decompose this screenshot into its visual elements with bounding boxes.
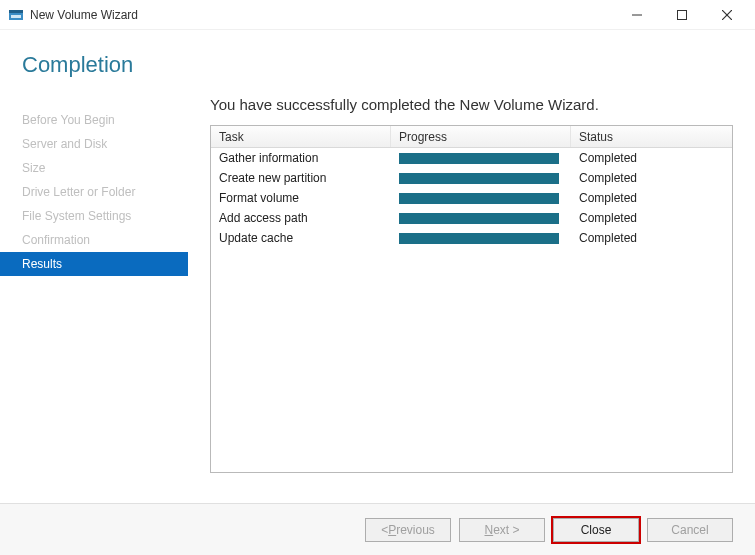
- status-cell: Completed: [571, 191, 732, 205]
- column-header-task[interactable]: Task: [211, 126, 391, 147]
- title-bar: New Volume Wizard: [0, 0, 755, 30]
- cancel-button: Cancel: [647, 518, 733, 542]
- task-cell: Format volume: [211, 191, 391, 205]
- status-cell: Completed: [571, 171, 732, 185]
- progress-cell: [391, 233, 571, 244]
- sidebar-item-file-system-settings: File System Settings: [0, 204, 188, 228]
- status-cell: Completed: [571, 231, 732, 245]
- minimize-button[interactable]: [614, 1, 659, 29]
- maximize-button[interactable]: [659, 1, 704, 29]
- main-panel: You have successfully completed the New …: [188, 96, 733, 503]
- wizard-body: Completion Before You BeginServer and Di…: [0, 30, 755, 503]
- task-cell: Update cache: [211, 231, 391, 245]
- sidebar-item-before-you-begin: Before You Begin: [0, 108, 188, 132]
- page-heading: Completion: [0, 30, 755, 96]
- progress-bar: [399, 213, 559, 224]
- status-cell: Completed: [571, 211, 732, 225]
- previous-button: < Previous: [365, 518, 451, 542]
- progress-cell: [391, 153, 571, 164]
- task-cell: Add access path: [211, 211, 391, 225]
- progress-cell: [391, 193, 571, 204]
- close-button[interactable]: Close: [553, 518, 639, 542]
- window-title: New Volume Wizard: [30, 8, 614, 22]
- column-header-progress[interactable]: Progress: [391, 126, 571, 147]
- column-header-status[interactable]: Status: [571, 126, 732, 147]
- sidebar-item-confirmation: Confirmation: [0, 228, 188, 252]
- progress-bar: [399, 173, 559, 184]
- svg-line-6: [722, 10, 732, 20]
- progress-cell: [391, 213, 571, 224]
- completion-message: You have successfully completed the New …: [210, 96, 733, 125]
- sidebar-item-results[interactable]: Results: [0, 252, 188, 276]
- table-row: Gather informationCompleted: [211, 148, 732, 168]
- sidebar-item-drive-letter-or-folder: Drive Letter or Folder: [0, 180, 188, 204]
- progress-bar: [399, 193, 559, 204]
- progress-bar: [399, 233, 559, 244]
- table-row: Update cacheCompleted: [211, 228, 732, 248]
- svg-line-5: [722, 10, 732, 20]
- svg-rect-2: [11, 15, 21, 18]
- progress-cell: [391, 173, 571, 184]
- wizard-footer: < Previous Next > Close Cancel: [0, 503, 755, 555]
- table-row: Create new partitionCompleted: [211, 168, 732, 188]
- wizard-icon: [8, 7, 24, 23]
- results-table: Task Progress Status Gather informationC…: [210, 125, 733, 473]
- step-sidebar: Before You BeginServer and DiskSizeDrive…: [0, 96, 188, 503]
- svg-rect-4: [677, 10, 686, 19]
- table-row: Format volumeCompleted: [211, 188, 732, 208]
- task-cell: Gather information: [211, 151, 391, 165]
- next-button: Next >: [459, 518, 545, 542]
- table-row: Add access pathCompleted: [211, 208, 732, 228]
- svg-rect-1: [9, 10, 23, 13]
- sidebar-item-size: Size: [0, 156, 188, 180]
- sidebar-item-server-and-disk: Server and Disk: [0, 132, 188, 156]
- close-window-button[interactable]: [704, 1, 749, 29]
- task-cell: Create new partition: [211, 171, 391, 185]
- table-header: Task Progress Status: [211, 126, 732, 148]
- status-cell: Completed: [571, 151, 732, 165]
- window-controls: [614, 1, 749, 29]
- progress-bar: [399, 153, 559, 164]
